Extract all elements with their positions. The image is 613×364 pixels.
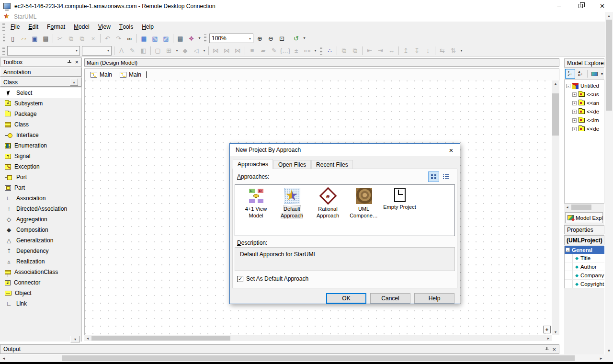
properties-group-general[interactable]: - General: [565, 246, 604, 254]
zoom-out-button[interactable]: ⊖: [265, 33, 276, 44]
list-view-button[interactable]: [440, 171, 451, 182]
canvas-vertical-scrollbar[interactable]: ▴ ▾: [552, 80, 559, 335]
tree-expander[interactable]: -: [566, 84, 570, 88]
canvas-horizontal-scrollbar[interactable]: ◂ ▸: [84, 335, 552, 341]
suppress-literals-button[interactable]: ⋈: [232, 46, 243, 56]
line-color-button[interactable]: ✎: [127, 46, 138, 56]
menu-file[interactable]: File: [6, 22, 24, 32]
show-stereotype-button[interactable]: «»: [302, 46, 313, 56]
close-icon[interactable]: ×: [75, 59, 79, 65]
toolbox-package[interactable]: Package: [0, 109, 81, 119]
save-button[interactable]: ▣: [29, 33, 40, 44]
property-title[interactable]: ◆ Title: [565, 254, 604, 262]
scrollbar-thumb[interactable]: [571, 205, 591, 210]
space-equally-vertical-button[interactable]: ⇅: [448, 46, 459, 56]
layout-diagram-button[interactable]: ∴: [324, 46, 335, 56]
tab-recent-files[interactable]: Recent Files: [311, 160, 353, 169]
send-to-back-button[interactable]: ⧉: [350, 46, 361, 56]
tree-expander[interactable]: +: [572, 101, 577, 105]
approach-rational[interactable]: Rational Approach: [310, 187, 346, 236]
checkbox[interactable]: ✓: [237, 276, 243, 282]
tree-analysis-model[interactable]: + <<an: [565, 99, 604, 107]
tree-design-model[interactable]: + <<de: [565, 107, 604, 116]
scroll-left-arrow[interactable]: ◂: [0, 354, 8, 362]
toolbox-scroll-down-button[interactable]: ▾: [70, 336, 80, 342]
approach-uml-components[interactable]: UML Compone…: [346, 187, 382, 236]
ok-button[interactable]: OK: [326, 293, 366, 304]
word-wrap-button[interactable]: ≡: [247, 46, 258, 56]
line-style-button[interactable]: ▢: [152, 46, 163, 56]
refresh-button[interactable]: ↺: [291, 33, 302, 44]
tree-untitled[interactable]: - Untitled: [565, 81, 604, 90]
scroll-right-arrow[interactable]: ▸: [545, 335, 552, 341]
toolbox-link[interactable]: ∟ Link: [0, 298, 81, 309]
scroll-left-arrow[interactable]: ◂: [564, 204, 570, 210]
toolbox-part[interactable]: Part: [0, 182, 81, 193]
diagram-type-button[interactable]: [589, 69, 599, 79]
show-compartment-button[interactable]: ◁: [191, 46, 202, 56]
align-right-button[interactable]: ⇥: [375, 46, 386, 56]
close-button[interactable]: ×: [591, 0, 613, 12]
align-middle-button[interactable]: ↕: [422, 46, 433, 56]
menu-edit[interactable]: Edit: [24, 22, 43, 32]
align-bottom-button[interactable]: ↧: [411, 46, 422, 56]
tree-expander[interactable]: +: [572, 118, 577, 123]
space-equally-horizontal-button[interactable]: ⇆: [437, 46, 448, 56]
tree-implementation-model[interactable]: + <<im: [565, 116, 604, 125]
redo-button[interactable]: ↷: [113, 33, 124, 44]
checkbox-label[interactable]: Set As Default Approach: [246, 275, 308, 282]
toolbox-object[interactable]: Object: [0, 288, 81, 298]
scrollbar-thumb[interactable]: [606, 20, 612, 111]
close-icon[interactable]: ×: [552, 346, 556, 353]
toolbox-interface[interactable]: Interface: [0, 130, 81, 140]
group-expander[interactable]: -: [566, 248, 570, 252]
scroll-up-arrow[interactable]: ▴: [605, 12, 613, 20]
model-explorer-dock-tab[interactable]: Model Explorer: [565, 212, 603, 223]
toolbox-exception[interactable]: Exception: [0, 161, 81, 172]
documentation-view-button[interactable]: ▨: [160, 33, 171, 44]
bring-to-front-button[interactable]: ⧉: [339, 46, 350, 56]
sort-by-order-button[interactable]: 12 ↓: [565, 69, 575, 79]
pan-button[interactable]: +: [543, 326, 551, 333]
align-center-button[interactable]: ↔: [386, 46, 397, 56]
tab-approaches[interactable]: Approaches: [233, 159, 273, 169]
scrollbar-thumb[interactable]: [62, 355, 575, 361]
model-explorer-view-button[interactable]: ▦: [138, 33, 149, 44]
font-name-combobox[interactable]: ▾: [7, 46, 80, 56]
toolbox-association[interactable]: ∟ Association: [0, 193, 81, 204]
zoom-level-combobox[interactable]: 100% ▾: [209, 34, 253, 43]
fill-color-button[interactable]: ◧: [138, 46, 149, 56]
show-shadow-button[interactable]: ▰: [258, 46, 269, 56]
suppress-attributes-button[interactable]: ⋈: [210, 46, 221, 56]
show-signature-button[interactable]: ±: [291, 46, 302, 56]
menu-format[interactable]: Format: [43, 22, 69, 32]
toolbox-generalization[interactable]: △ Generalization: [0, 235, 81, 246]
toolbox-realization[interactable]: ▵ Realization: [0, 256, 81, 267]
tree-expander[interactable]: +: [572, 92, 577, 97]
zoom-area-button[interactable]: ⊡: [276, 33, 287, 44]
diagram-explorer-view-button[interactable]: ▧: [149, 33, 160, 44]
cancel-button[interactable]: Cancel: [370, 293, 410, 304]
open-button[interactable]: ▱: [18, 33, 29, 44]
menu-model[interactable]: Model: [69, 22, 94, 32]
scrollbar-thumb[interactable]: [552, 93, 559, 136]
font-color-button[interactable]: A: [116, 46, 127, 56]
rdp-horizontal-scrollbar[interactable]: ◂ ▸: [0, 354, 605, 362]
profile-manager-button[interactable]: ❖: [186, 33, 197, 44]
scroll-down-arrow[interactable]: ▾: [552, 329, 559, 335]
restore-button[interactable]: [570, 0, 591, 12]
undo-button[interactable]: ↶: [102, 33, 113, 44]
property-company[interactable]: ◆ Company: [565, 271, 604, 280]
copy-button[interactable]: ⧉: [66, 33, 77, 44]
show-properties-button[interactable]: {…}: [280, 46, 291, 56]
delete-button[interactable]: ×: [88, 33, 99, 44]
toolbox-dependency[interactable]: ⇡ Dependency: [0, 246, 81, 256]
approach-default[interactable]: Default Approach: [274, 187, 310, 236]
stereotype-display-button[interactable]: ⊞: [163, 46, 174, 56]
scroll-left-arrow[interactable]: ◂: [84, 335, 91, 341]
cut-button[interactable]: ✂: [55, 33, 66, 44]
tree-use-case-model[interactable]: + <<us: [565, 90, 604, 99]
rdp-vertical-scrollbar[interactable]: ▴ ▾: [605, 12, 613, 354]
tab-open-files[interactable]: Open Files: [273, 160, 311, 169]
auto-resize-button[interactable]: ◆: [180, 46, 191, 56]
